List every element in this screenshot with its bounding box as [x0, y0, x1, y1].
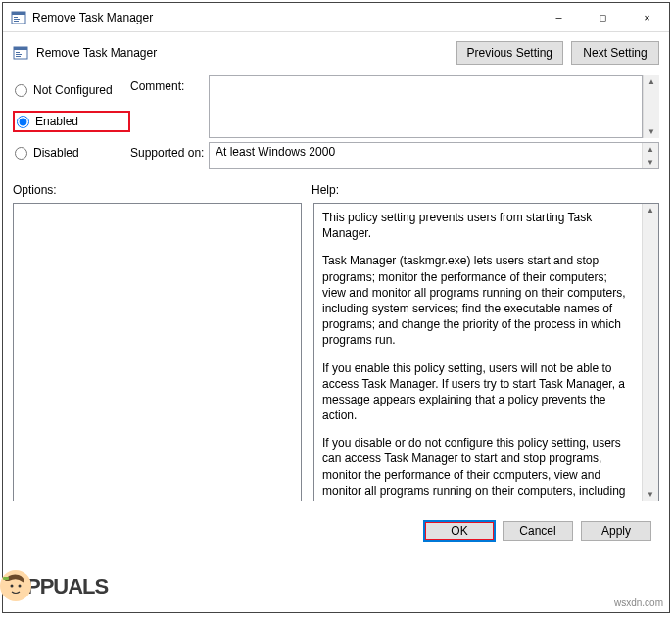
help-panel: This policy setting prevents users from …	[313, 203, 659, 501]
watermark-text: PPUALS	[26, 574, 108, 598]
help-paragraph: This policy setting prevents users from …	[322, 210, 634, 241]
close-button[interactable]: ✕	[625, 3, 669, 31]
svg-point-12	[19, 585, 22, 588]
radio-disabled-input[interactable]	[15, 147, 27, 160]
supported-on-text: At least Windows 2000	[210, 143, 642, 168]
svg-point-10	[0, 570, 31, 601]
section-labels: Options: Help:	[3, 183, 669, 197]
options-panel	[13, 203, 302, 501]
scroll-up-icon[interactable]: ▲	[647, 143, 654, 156]
help-scrollbar[interactable]: ▲ ▼	[642, 204, 658, 501]
window-title: Remove Task Manager	[32, 11, 537, 24]
svg-rect-3	[14, 19, 20, 20]
help-paragraph: If you enable this policy setting, users…	[322, 360, 634, 424]
minimize-button[interactable]: —	[537, 3, 581, 31]
scroll-down-icon[interactable]: ▼	[647, 488, 654, 501]
supported-row: Supported on: At least Windows 2000 ▲ ▼	[130, 142, 659, 169]
radio-not-configured-label: Not Configured	[33, 83, 113, 97]
source-url: wsxdn.com	[614, 597, 663, 608]
help-content[interactable]: This policy setting prevents users from …	[314, 204, 642, 501]
toolbar: Remove Task Manager Previous Setting Nex…	[3, 32, 669, 73]
previous-setting-button[interactable]: Previous Setting	[456, 41, 563, 65]
apply-button[interactable]: Apply	[581, 521, 651, 541]
radio-enabled-label: Enabled	[35, 115, 78, 128]
policy-dialog: Remove Task Manager — □ ✕ Remove Task Ma…	[2, 2, 670, 613]
radio-disabled[interactable]: Disabled	[13, 144, 130, 162]
dialog-buttons: OK Cancel Apply	[3, 511, 669, 541]
supported-label: Supported on:	[130, 142, 209, 169]
avatar-icon	[0, 569, 32, 602]
svg-rect-9	[16, 56, 21, 57]
radio-enabled[interactable]: Enabled	[13, 111, 130, 132]
svg-rect-2	[14, 17, 18, 18]
state-radio-group: Not Configured Enabled Disabled	[13, 75, 130, 173]
supported-scrollbar[interactable]: ▲ ▼	[642, 143, 658, 168]
watermark-logo: PPUALS	[0, 569, 108, 606]
svg-rect-8	[16, 54, 22, 55]
svg-point-11	[11, 585, 14, 588]
scroll-up-icon[interactable]: ▲	[648, 75, 655, 88]
svg-rect-7	[16, 52, 20, 53]
window-controls: — □ ✕	[537, 3, 669, 31]
fields-column: Comment: ▲ ▼ Supported on: At least Wind…	[130, 75, 659, 173]
radio-not-configured-input[interactable]	[15, 84, 27, 97]
comment-label: Comment:	[130, 75, 209, 138]
comment-textarea[interactable]	[209, 75, 643, 138]
options-label: Options:	[13, 183, 312, 197]
svg-rect-13	[3, 577, 9, 580]
cancel-button[interactable]: Cancel	[503, 521, 573, 541]
titlebar: Remove Task Manager — □ ✕	[3, 3, 669, 32]
help-paragraph: Task Manager (taskmgr.exe) lets users st…	[322, 253, 634, 348]
comment-scrollbar[interactable]: ▲ ▼	[643, 75, 659, 138]
svg-rect-6	[14, 47, 27, 50]
radio-not-configured[interactable]: Not Configured	[13, 81, 130, 99]
help-paragraph: If you disable or do not configure this …	[322, 435, 634, 501]
scroll-down-icon[interactable]: ▼	[647, 156, 654, 168]
panels-row: This policy setting prevents users from …	[3, 197, 669, 511]
scroll-down-icon[interactable]: ▼	[648, 125, 655, 138]
radio-enabled-input[interactable]	[17, 116, 29, 128]
radio-disabled-label: Disabled	[33, 146, 79, 160]
next-setting-button[interactable]: Next Setting	[571, 41, 659, 65]
policy-icon	[11, 10, 26, 25]
scroll-up-icon[interactable]: ▲	[647, 204, 654, 216]
config-row: Not Configured Enabled Disabled Comment:…	[3, 73, 669, 183]
svg-rect-1	[12, 12, 25, 15]
help-label: Help:	[312, 183, 339, 197]
maximize-button[interactable]: □	[581, 3, 625, 31]
comment-row: Comment: ▲ ▼	[130, 75, 659, 138]
policy-icon	[13, 45, 28, 61]
ok-button[interactable]: OK	[424, 521, 495, 541]
toolbar-title: Remove Task Manager	[36, 46, 449, 60]
svg-rect-4	[14, 21, 19, 22]
